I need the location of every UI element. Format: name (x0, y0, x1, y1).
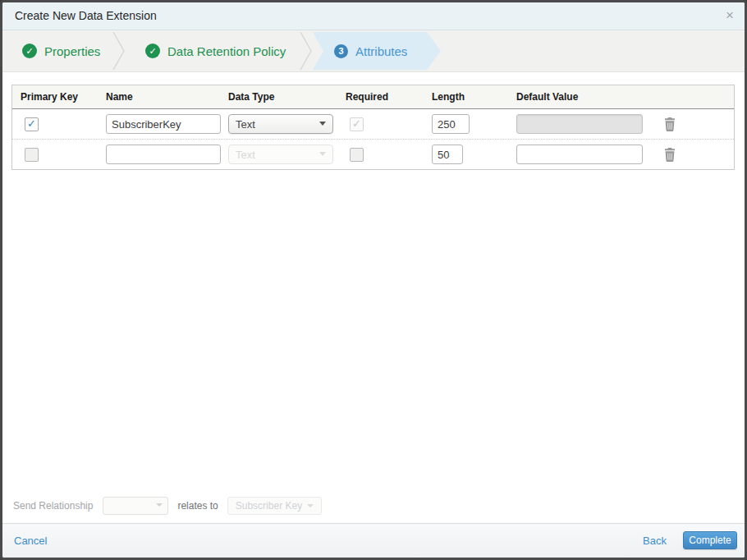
data-type-select: Text (228, 145, 333, 164)
complete-button[interactable]: Complete (683, 531, 737, 549)
step-separator (112, 32, 126, 70)
step-label: Data Retention Policy (167, 44, 286, 58)
check-icon: ✓ (22, 44, 37, 58)
length-input[interactable] (432, 145, 463, 164)
data-type-value: Text (236, 149, 255, 161)
required-checkbox: ✓ (350, 117, 364, 131)
primary-key-checkbox[interactable]: ✓ (25, 117, 39, 131)
step-label: Attributes (355, 44, 407, 58)
send-relationship-row: Send Relationship relates to Subscriber … (13, 496, 322, 516)
chevron-down-icon (307, 504, 314, 507)
default-value-input (516, 114, 643, 134)
chevron-down-icon (156, 503, 163, 507)
send-relationship-label: Send Relationship (13, 500, 93, 512)
column-header: Default Value (508, 91, 643, 103)
subscriber-key-select: Subscriber Key (227, 497, 322, 515)
chevron-down-icon (319, 122, 326, 126)
column-header: Primary Key (12, 91, 98, 103)
dialog-titlebar: Create New Data Extension × (2, 2, 745, 30)
chevron-down-icon (319, 152, 326, 156)
checkmark-icon: ✓ (352, 118, 361, 129)
dialog-title: Create New Data Extension (15, 2, 157, 30)
delete-row-icon[interactable] (664, 148, 676, 162)
column-header: Data Type (220, 91, 337, 103)
default-value-input[interactable] (516, 145, 643, 164)
primary-key-checkbox: ✓ (25, 148, 39, 162)
close-icon[interactable]: × (726, 8, 734, 23)
name-input[interactable] (106, 114, 221, 134)
attributes-table: Primary Key Name Data Type Required Leng… (11, 85, 735, 170)
table-row: ✓Text✓ (12, 139, 734, 169)
data-type-value: Text (236, 118, 255, 131)
column-header: Name (98, 91, 220, 103)
name-input[interactable] (106, 145, 221, 164)
check-icon: ✓ (145, 44, 160, 58)
step-data-retention-policy[interactable]: ✓ Data Retention Policy (145, 30, 286, 71)
step-nav: ✓ Properties ✓ Data Retention Policy 3 A… (2, 30, 745, 72)
table-row: ✓Text✓ (12, 109, 734, 139)
relates-to-label: relates to (177, 500, 218, 512)
send-relationship-select (103, 497, 168, 515)
column-header: Required (337, 91, 424, 103)
step-label: Properties (44, 44, 100, 58)
create-data-extension-dialog: Create New Data Extension × ✓ Properties… (0, 0, 747, 560)
data-type-select[interactable]: Text (228, 114, 333, 134)
dialog-footer: Cancel Back Complete (2, 523, 745, 558)
back-link[interactable]: Back (643, 535, 667, 547)
table-header-row: Primary Key Name Data Type Required Leng… (12, 85, 734, 109)
step-attributes[interactable]: 3 Attributes (313, 32, 442, 70)
cancel-link[interactable]: Cancel (14, 535, 47, 547)
step-properties[interactable]: ✓ Properties (22, 30, 100, 71)
step-separator (300, 32, 313, 70)
length-input[interactable] (432, 114, 470, 134)
checkmark-icon: ✓ (27, 118, 36, 129)
delete-row-icon[interactable] (664, 117, 676, 131)
required-checkbox: ✓ (350, 148, 364, 162)
step-number-badge: 3 (334, 44, 348, 58)
column-header: Length (424, 91, 508, 103)
